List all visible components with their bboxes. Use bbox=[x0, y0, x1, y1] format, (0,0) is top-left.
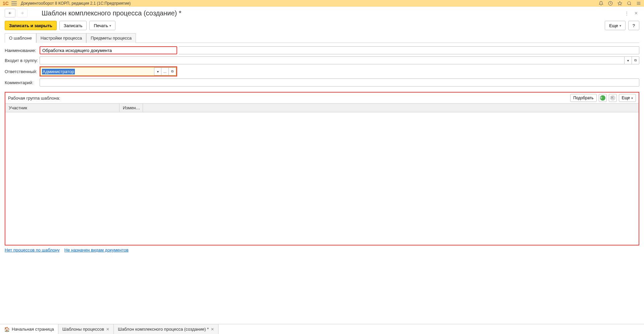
svg-line-3 bbox=[630, 4, 631, 5]
responsible-inner: Администратор ▾ … ⧉ bbox=[40, 67, 177, 76]
print-button[interactable]: Печать▾ bbox=[89, 21, 115, 30]
table-header: Участник Измен… bbox=[5, 104, 639, 112]
form-content: Наименование: Входит в группу: ▾ ⧉ Ответ… bbox=[0, 43, 644, 92]
group-input[interactable] bbox=[40, 56, 625, 64]
page-title: Шаблон комплексного процесса (создание) … bbox=[42, 9, 182, 17]
star-icon[interactable] bbox=[617, 1, 623, 6]
svg-marker-1 bbox=[618, 1, 622, 5]
titlebar-left: 1C Документооборот 8 КОРП, редакция 2.1 … bbox=[3, 1, 131, 6]
workgroup-toolbar: Подобрать + ✕ Еще▾ bbox=[570, 94, 636, 102]
row-group: Входит в группу: ▾ ⧉ bbox=[5, 56, 639, 64]
tabs: О шаблоне Настройки процесса Предметы пр… bbox=[5, 33, 639, 43]
tab-subjects[interactable]: Предметы процесса bbox=[86, 33, 136, 43]
plus-icon: + bbox=[600, 95, 605, 101]
links: Нет процессов по шаблону Не назначен вид… bbox=[0, 245, 644, 255]
group-input-group: ▾ ⧉ bbox=[40, 56, 639, 64]
comment-input[interactable] bbox=[40, 78, 639, 87]
tab-about[interactable]: О шаблоне bbox=[5, 33, 36, 43]
row-responsible: Ответственный: Администратор ▾ … ⧉ bbox=[5, 66, 639, 76]
responsible-input[interactable]: Администратор bbox=[41, 67, 154, 75]
col-change[interactable]: Измен… bbox=[119, 104, 143, 112]
titlebar-right bbox=[598, 1, 641, 6]
group-dropdown-icon[interactable]: ▾ bbox=[625, 56, 632, 64]
row-name: Наименование: bbox=[5, 46, 639, 54]
close-icon[interactable]: ✕ bbox=[633, 10, 639, 16]
responsible-highlight: Администратор ▾ … ⧉ bbox=[40, 66, 177, 76]
delete-button[interactable]: ✕ bbox=[609, 94, 617, 102]
workgroup-more-button[interactable]: Еще▾ bbox=[619, 94, 636, 102]
responsible-value: Администратор bbox=[42, 69, 75, 74]
menu-icon[interactable] bbox=[636, 1, 641, 6]
workgroup-table: Участник Измен… bbox=[5, 103, 639, 245]
save-close-button[interactable]: Записать и закрыть bbox=[5, 21, 57, 30]
add-button[interactable]: + bbox=[599, 94, 607, 102]
table-body[interactable] bbox=[5, 112, 639, 245]
save-button[interactable]: Записать bbox=[59, 21, 87, 30]
kebab-icon[interactable]: ⋮ bbox=[623, 10, 630, 16]
name-label: Наименование: bbox=[5, 48, 38, 53]
link-no-processes[interactable]: Нет процессов по шаблону bbox=[5, 247, 60, 253]
hamburger-icon[interactable] bbox=[11, 1, 17, 5]
row-comment: Комментарий: bbox=[5, 78, 639, 87]
help-button[interactable]: ? bbox=[628, 21, 639, 30]
search-icon[interactable] bbox=[627, 1, 632, 6]
toolbar-right: Еще▾ ? bbox=[605, 21, 639, 30]
pick-button[interactable]: Подобрать bbox=[570, 94, 596, 102]
name-input-ext[interactable] bbox=[179, 46, 639, 54]
tab-settings[interactable]: Настройки процесса bbox=[36, 33, 87, 43]
group-open-icon[interactable]: ⧉ bbox=[632, 56, 639, 64]
minus-icon: ✕ bbox=[610, 95, 615, 101]
responsible-select-icon[interactable]: … bbox=[161, 67, 169, 75]
more-button[interactable]: Еще▾ bbox=[605, 21, 625, 30]
nav-back-button[interactable] bbox=[5, 9, 15, 17]
header-right: ⋮ ✕ bbox=[623, 10, 639, 16]
responsible-label: Ответственный: bbox=[5, 69, 38, 74]
name-input[interactable] bbox=[40, 46, 177, 54]
bell-icon[interactable] bbox=[598, 1, 604, 6]
workgroup-header: Рабочая группа шаблона: Подобрать + ✕ Ещ… bbox=[5, 93, 639, 103]
logo-1c: 1C bbox=[3, 1, 9, 6]
workgroup-section: Рабочая группа шаблона: Подобрать + ✕ Ещ… bbox=[5, 92, 639, 245]
workgroup-title: Рабочая группа шаблона: bbox=[8, 96, 60, 101]
toolbar: Записать и закрыть Записать Печать▾ Еще▾… bbox=[0, 19, 644, 33]
nav-forward-button[interactable] bbox=[17, 9, 28, 17]
comment-label: Комментарий: bbox=[5, 80, 38, 85]
responsible-open-icon[interactable]: ⧉ bbox=[169, 67, 176, 75]
svg-point-2 bbox=[628, 2, 631, 5]
col-spacer bbox=[143, 104, 639, 112]
nav-buttons bbox=[5, 9, 28, 17]
header: Шаблон комплексного процесса (создание) … bbox=[0, 7, 644, 19]
app-title: Документооборот 8 КОРП, редакция 2.1 (1С… bbox=[21, 1, 131, 6]
col-participant[interactable]: Участник bbox=[5, 104, 119, 112]
titlebar: 1C Документооборот 8 КОРП, редакция 2.1 … bbox=[0, 0, 644, 7]
group-label: Входит в группу: bbox=[5, 58, 38, 63]
responsible-dropdown-icon[interactable]: ▾ bbox=[154, 67, 161, 75]
link-not-assigned[interactable]: Не назначен видам документов bbox=[64, 247, 129, 253]
history-icon[interactable] bbox=[608, 1, 613, 6]
